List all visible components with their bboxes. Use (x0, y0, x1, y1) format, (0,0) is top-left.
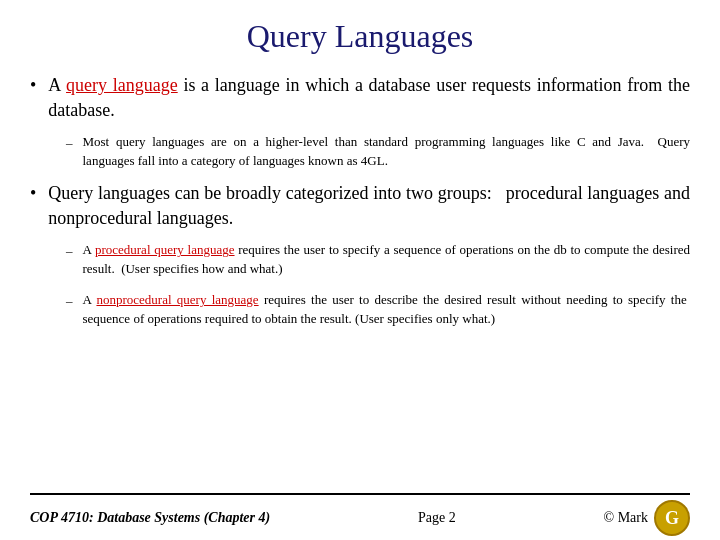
dash-2: – (66, 243, 73, 259)
dash-1: – (66, 135, 73, 151)
slide: Query Languages • A query language is a … (0, 0, 720, 540)
footer-page: Page 2 (418, 510, 456, 526)
sub-item-1: – Most query languages are on a higher-l… (66, 133, 690, 171)
footer-copyright: © Mark G (604, 500, 690, 536)
bullet-text-1: A query language is a language in which … (48, 73, 690, 123)
bullet-symbol-1: • (30, 75, 36, 96)
bullet-item-1: • A query language is a language in whic… (30, 73, 690, 123)
highlight-nonprocedural: nonprocedural query language (96, 292, 258, 307)
footer: COP 4710: Database Systems (Chapter 4) P… (30, 493, 690, 540)
sub-item-3: – A nonprocedural query language require… (66, 291, 690, 329)
highlight-query-language-1: query language (66, 75, 178, 95)
footer-copyright-text: © Mark (604, 510, 648, 526)
slide-title: Query Languages (30, 18, 690, 55)
sub-text-1: Most query languages are on a higher-lev… (83, 133, 691, 171)
footer-course: COP 4710: Database Systems (Chapter 4) (30, 510, 270, 526)
highlight-procedural: procedural query language (95, 242, 235, 257)
sub-text-2: A procedural query language requires the… (83, 241, 691, 279)
sub-text-3: A nonprocedural query language requires … (83, 291, 691, 329)
sub-item-2: – A procedural query language requires t… (66, 241, 690, 279)
bullet-item-2: • Query languages can be broadly categor… (30, 181, 690, 231)
dash-3: – (66, 293, 73, 309)
bullet-text-2: Query languages can be broadly categoriz… (48, 181, 690, 231)
bullet-symbol-2: • (30, 183, 36, 204)
footer-logo: G (654, 500, 690, 536)
slide-content: • A query language is a language in whic… (30, 73, 690, 493)
